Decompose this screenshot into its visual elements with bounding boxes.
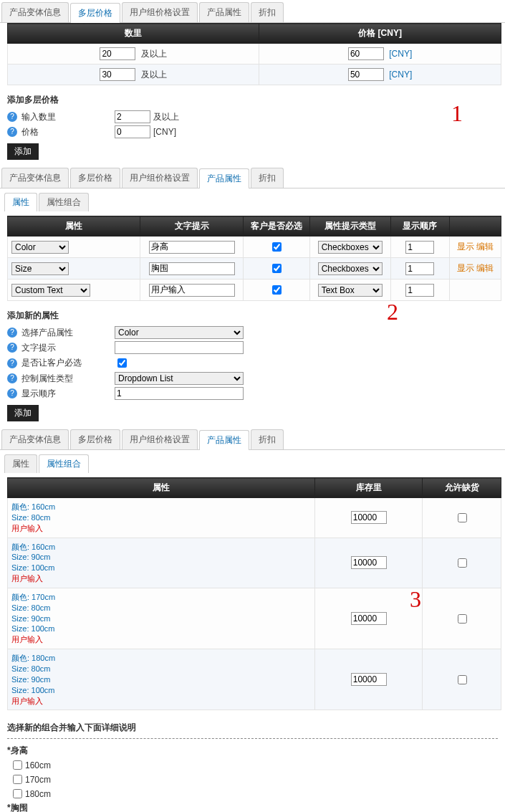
th-attr: 属性 <box>8 478 315 498</box>
combo-line: Size: 90cm <box>11 613 311 624</box>
combo-line: Size: 100cm <box>11 563 311 573</box>
type-select[interactable]: Text Box <box>318 284 383 297</box>
stock-input[interactable] <box>351 556 387 569</box>
price-input[interactable] <box>348 47 384 60</box>
type-select[interactable]: Checkboxes <box>318 262 383 275</box>
combo-line: Size: 80cm <box>11 664 311 674</box>
subtab-attr-combo[interactable]: 属性组合 <box>39 454 89 473</box>
opt-checkbox[interactable] <box>13 760 22 770</box>
stock-input[interactable] <box>351 673 387 686</box>
backorder-checkbox[interactable] <box>458 614 467 624</box>
help-icon[interactable]: ? <box>7 127 17 137</box>
type-select[interactable]: Dropdown List <box>115 372 244 385</box>
opt-row: 160cm <box>10 758 498 772</box>
stock-input[interactable] <box>351 511 387 524</box>
opt-row: 180cm <box>10 787 498 801</box>
help-icon[interactable]: ? <box>7 328 17 338</box>
help-icon[interactable]: ? <box>7 358 17 368</box>
tab-tier-price[interactable]: 多层价格 <box>70 168 120 188</box>
tab-discount[interactable]: 折扣 <box>251 2 284 22</box>
help-icon[interactable]: ? <box>7 373 17 383</box>
opt-checkbox[interactable] <box>13 775 22 784</box>
tab-variant-info[interactable]: 产品变体信息 <box>1 2 69 22</box>
order-input[interactable] <box>405 241 434 254</box>
subtab-attr[interactable]: 属性 <box>4 193 37 211</box>
combo-line: Size: 100cm <box>11 624 311 634</box>
help-icon[interactable]: ? <box>7 343 17 353</box>
tab-discount[interactable]: 折扣 <box>251 429 284 449</box>
hint-input[interactable] <box>149 262 235 275</box>
tab-group-price[interactable]: 用户组价格设置 <box>122 429 198 449</box>
req-checkbox[interactable] <box>272 285 282 295</box>
table-row: 颜色: 160cm Size: 90cm Size: 100cm 用户输入 <box>8 538 501 588</box>
combo-line: 用户输入 <box>11 696 311 707</box>
add-button[interactable]: 添加 <box>7 405 39 421</box>
attr-select[interactable]: Color <box>11 241 69 254</box>
combo-line: 用户输入 <box>11 634 311 645</box>
hint-input[interactable] <box>149 284 235 297</box>
order-input[interactable] <box>115 387 244 400</box>
backorder-checkbox[interactable] <box>458 513 467 522</box>
table-row: 颜色: 170cm Size: 80cm Size: 90cm Size: 10… <box>8 588 501 649</box>
table-row: 及以上 [CNY] <box>8 65 501 85</box>
th-stock: 库存里 <box>315 478 423 498</box>
th-hint: 文字提示 <box>140 216 244 237</box>
help-icon[interactable]: ? <box>7 388 17 398</box>
th-backorder: 允许缺货 <box>423 478 501 498</box>
tab-tier-price[interactable]: 多层价格 <box>70 429 120 449</box>
tab-group-price[interactable]: 用户组价格设置 <box>122 2 198 22</box>
combo-line: Size: 90cm <box>11 552 311 563</box>
opt-checkbox[interactable] <box>13 789 22 798</box>
group1-title: 身高 <box>11 745 28 755</box>
show-edit-link[interactable]: 显示 编辑 <box>457 263 494 273</box>
subtab-attr-combo[interactable]: 属性组合 <box>39 193 89 211</box>
req-checkbox[interactable] <box>272 264 282 273</box>
tab-product-attr[interactable]: 产品属性 <box>199 168 249 188</box>
label-hint: 文字提示 <box>21 342 115 354</box>
req-checkbox[interactable] <box>272 242 282 252</box>
backorder-checkbox[interactable] <box>458 558 467 568</box>
add-qty-input[interactable] <box>115 110 150 123</box>
qty-input[interactable] <box>100 47 135 60</box>
add-price-input[interactable] <box>115 125 150 138</box>
currency-label: [CNY] <box>389 49 412 59</box>
combo-line: Size: 100cm <box>11 685 311 696</box>
show-edit-link[interactable]: 显示 编辑 <box>457 242 494 252</box>
qty-input[interactable] <box>100 68 135 81</box>
tab-tier-price[interactable]: 多层价格 <box>70 3 120 23</box>
type-select[interactable]: Checkboxes <box>318 241 383 254</box>
label-attr: 选择产品属性 <box>21 327 115 339</box>
help-icon[interactable]: ? <box>7 112 17 122</box>
form-row-attr: ? 选择产品属性 Color <box>7 326 505 339</box>
combo-line: Size: 80cm <box>11 512 311 523</box>
req-checkbox[interactable] <box>117 358 127 368</box>
order-input[interactable] <box>405 284 434 297</box>
hint-input[interactable] <box>115 341 244 354</box>
th-price: 价格 [CNY] <box>259 24 501 44</box>
form-row-price: ? 价格 [CNY] <box>7 125 505 138</box>
table-row: 及以上 [CNY] <box>8 44 501 65</box>
backorder-checkbox[interactable] <box>458 675 467 684</box>
subtab-attr[interactable]: 属性 <box>4 454 37 473</box>
currency-label: [CNY] <box>389 70 412 80</box>
tabbar-3: 产品变体信息 多层价格 用户组价格设置 产品属性 折扣 <box>0 427 505 450</box>
tab-discount[interactable]: 折扣 <box>251 168 284 188</box>
attr-select[interactable]: Color <box>115 326 244 339</box>
form-row-order: ? 显示顺序 <box>7 387 505 400</box>
attr-select[interactable]: Custom Text <box>11 284 90 297</box>
price-input[interactable] <box>348 68 384 81</box>
tab-product-attr[interactable]: 产品属性 <box>199 2 249 22</box>
hint-input[interactable] <box>149 241 235 254</box>
qty-suffix: 及以上 <box>141 70 167 80</box>
tab-variant-info[interactable]: 产品变体信息 <box>1 168 69 188</box>
order-input[interactable] <box>405 262 434 275</box>
add-button[interactable]: 添加 <box>7 143 39 160</box>
tab-variant-info[interactable]: 产品变体信息 <box>1 429 69 449</box>
th-order: 显示顺序 <box>390 216 449 237</box>
subtabbar-3: 属性 属性组合 <box>4 454 505 473</box>
attr-select[interactable]: Size <box>11 262 69 275</box>
stock-input[interactable] <box>351 612 387 625</box>
tab-group-price[interactable]: 用户组价格设置 <box>122 168 198 188</box>
tab-product-attr[interactable]: 产品属性 <box>199 430 249 450</box>
form-row-hint: ? 文字提示 <box>7 341 505 354</box>
